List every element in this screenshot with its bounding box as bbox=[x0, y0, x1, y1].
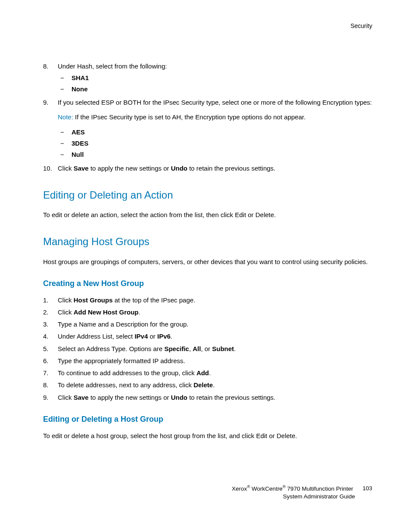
registered-icon: ® bbox=[247, 484, 250, 489]
bold-segment: Host Groups bbox=[74, 296, 113, 304]
step-content: Click Save to apply the new settings or … bbox=[58, 392, 372, 402]
step-number: 8. bbox=[43, 61, 58, 96]
step-content: To delete addresses, next to any address… bbox=[58, 380, 372, 390]
encryption-options: −AES −3DES −Null bbox=[58, 127, 372, 160]
list-item: −SHA1 bbox=[58, 73, 372, 83]
step-9: 9. If you selected ESP or BOTH for the I… bbox=[43, 97, 372, 161]
option-label: AES bbox=[72, 127, 85, 137]
text-segment: Select an Address Type. Options are bbox=[58, 345, 164, 352]
bold-segment: Add New Host Group bbox=[74, 308, 139, 316]
option-label: None bbox=[72, 84, 88, 94]
hash-options: −SHA1 −None bbox=[58, 73, 372, 94]
list-item: −3DES bbox=[58, 138, 372, 148]
dash-icon: − bbox=[60, 84, 72, 94]
bold-segment: Subnet bbox=[212, 345, 234, 352]
text-segment: Type a Name and a Description for the gr… bbox=[58, 320, 189, 328]
heading-editing-host-group: Editing or Deleting a Host Group bbox=[43, 414, 372, 426]
text-segment: . bbox=[234, 345, 236, 352]
page-content: Security 8. Under Hash, select from the … bbox=[43, 22, 372, 443]
footer-brand: WorkCentre bbox=[252, 485, 283, 492]
text-segment: . bbox=[171, 333, 172, 340]
registered-icon: ® bbox=[283, 484, 286, 489]
text-segment: . bbox=[213, 381, 215, 389]
list-item: −None bbox=[58, 84, 372, 94]
text-segment: at the top of the IPsec page. bbox=[113, 296, 196, 304]
step-content: Type the appropriately formatted IP addr… bbox=[58, 356, 372, 366]
bold-segment: All bbox=[193, 345, 201, 352]
running-header: Security bbox=[43, 22, 372, 31]
step-content: Click Host Groups at the top of the IPse… bbox=[58, 295, 372, 305]
text-segment: Click bbox=[58, 308, 74, 316]
step-number: 5. bbox=[43, 344, 58, 354]
note-label: Note: bbox=[58, 113, 73, 121]
step-number: 7. bbox=[43, 368, 58, 378]
dash-icon: − bbox=[60, 138, 72, 148]
text-segment: . bbox=[139, 308, 140, 316]
step-number: 9. bbox=[43, 392, 58, 402]
footer-model: 7970 Multifunction Printer bbox=[286, 485, 353, 492]
heading-creating-host-group: Creating a New Host Group bbox=[43, 278, 372, 290]
text-segment: to apply the new settings or bbox=[89, 165, 171, 172]
heading-managing-host-groups: Managing Host Groups bbox=[43, 233, 372, 249]
step-text: Under Hash, select from the following: bbox=[58, 62, 167, 70]
text-segment: , or bbox=[201, 345, 212, 352]
step-number: 10. bbox=[43, 163, 58, 173]
step-number: 1. bbox=[43, 295, 58, 305]
note-text: If the IPsec Security type is set to AH,… bbox=[73, 113, 305, 121]
text-segment: Type the appropriately formatted IP addr… bbox=[58, 357, 185, 364]
step-8: 8. Under Hash, select from the following… bbox=[43, 61, 372, 96]
list-item: −Null bbox=[58, 149, 372, 159]
text-segment: Under Address List, select bbox=[58, 333, 134, 340]
dash-icon: − bbox=[60, 149, 72, 159]
text-segment: to retain the previous settings. bbox=[187, 165, 275, 172]
bold-segment: Specific bbox=[164, 345, 189, 352]
create-host-group-steps: 1.Click Host Groups at the top of the IP… bbox=[43, 295, 372, 402]
bold-segment: Delete bbox=[193, 381, 213, 389]
list-item: 8.To delete addresses, next to any addre… bbox=[43, 380, 372, 390]
paragraph: Host groups are groupings of computers, … bbox=[43, 257, 372, 267]
text-segment: to apply the new settings or bbox=[89, 394, 171, 401]
footer-subtitle: System Administrator Guide bbox=[232, 493, 372, 501]
option-label: Null bbox=[72, 149, 84, 159]
bold-segment: IPv6 bbox=[157, 333, 171, 340]
page-number: 103 bbox=[362, 485, 372, 492]
page-footer: Xerox® WorkCentre® 7970 Multifunction Pr… bbox=[232, 484, 372, 501]
text-segment: . bbox=[209, 369, 211, 376]
step-text: If you selected ESP or BOTH for the IPse… bbox=[58, 99, 372, 106]
dash-icon: − bbox=[60, 127, 72, 137]
bold-segment: Add bbox=[196, 369, 209, 376]
bold-segment: Save bbox=[74, 165, 89, 172]
step-number: 8. bbox=[43, 380, 58, 390]
text-segment: to retain the previous settings. bbox=[187, 394, 275, 401]
step-number: 3. bbox=[43, 319, 58, 329]
step-number: 2. bbox=[43, 307, 58, 317]
text-segment: Click bbox=[58, 296, 74, 304]
list-item: 6.Type the appropriately formatted IP ad… bbox=[43, 356, 372, 366]
note-block: Note: If the IPsec Security type is set … bbox=[58, 112, 372, 122]
text-segment: or bbox=[148, 333, 157, 340]
option-label: SHA1 bbox=[72, 73, 89, 83]
paragraph: To edit or delete a host group, select t… bbox=[43, 431, 372, 441]
list-item: 2.Click Add New Host Group. bbox=[43, 307, 372, 317]
heading-editing-action: Editing or Deleting an Action bbox=[43, 187, 372, 203]
text-segment: To delete addresses, next to any address… bbox=[58, 381, 193, 389]
step-number: 9. bbox=[43, 97, 58, 161]
list-item: 4.Under Address List, select IPv4 or IPv… bbox=[43, 331, 372, 341]
step-10: 10. Click Save to apply the new settings… bbox=[43, 163, 372, 173]
text-segment: To continue to add addresses to the grou… bbox=[58, 369, 196, 376]
bold-segment: Undo bbox=[171, 394, 187, 401]
list-item: 1.Click Host Groups at the top of the IP… bbox=[43, 295, 372, 305]
list-item: 3.Type a Name and a Description for the … bbox=[43, 319, 372, 329]
paragraph: To edit or delete an action, select the … bbox=[43, 210, 372, 220]
text-segment: , bbox=[189, 345, 193, 352]
list-item: −AES bbox=[58, 127, 372, 137]
step-content: To continue to add addresses to the grou… bbox=[58, 368, 372, 378]
dash-icon: − bbox=[60, 73, 72, 83]
step-content: Select an Address Type. Options are Spec… bbox=[58, 344, 372, 354]
step-content: Type a Name and a Description for the gr… bbox=[58, 319, 372, 329]
text-segment: Click bbox=[58, 394, 74, 401]
footer-brand: Xerox bbox=[232, 485, 247, 492]
list-item: 7.To continue to add addresses to the gr… bbox=[43, 368, 372, 378]
steps-continued: 8. Under Hash, select from the following… bbox=[43, 61, 372, 173]
bold-segment: Save bbox=[74, 394, 89, 401]
